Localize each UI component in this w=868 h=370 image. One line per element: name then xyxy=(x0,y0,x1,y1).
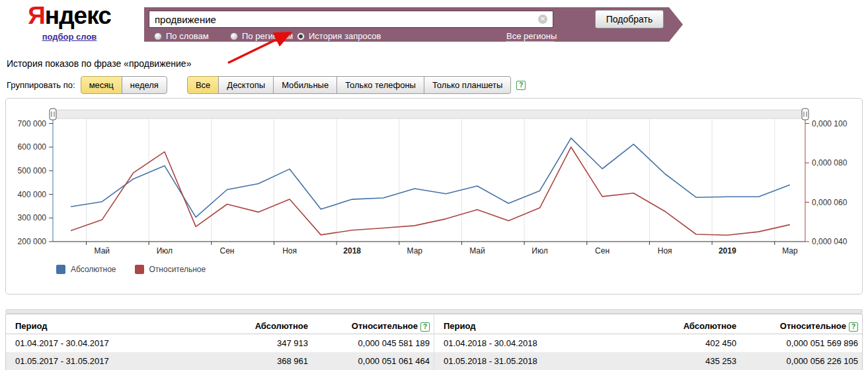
history-chart-card: 700 000600 000500 000400 000300 000200 0… xyxy=(5,98,863,295)
relative-help-icon[interactable]: ? xyxy=(849,322,858,332)
table-header-row: Период Абсолютное Относительное? xyxy=(434,318,862,334)
group-week-button[interactable]: неделя xyxy=(122,76,167,94)
x-axis-label: 2018 xyxy=(343,246,361,255)
x-axis-label: Мар xyxy=(407,246,423,255)
left-axis-label: 200 000 xyxy=(18,237,47,246)
table-header-row: Период Абсолютное Относительное? xyxy=(6,318,434,334)
legend-swatch-blue xyxy=(56,265,65,274)
mode-by-words[interactable]: По словам xyxy=(154,31,209,41)
submit-button[interactable]: Подобрать xyxy=(595,10,664,28)
controls-row: Группировать по: месяц неделя Все Дескто… xyxy=(7,76,526,94)
cell-absolute: 435 253 xyxy=(624,356,736,366)
logo-rest: ндекс xyxy=(45,2,111,29)
x-axis-label: Май xyxy=(95,246,110,255)
yandex-logo: Яндекс xyxy=(20,3,119,29)
right-axis-label: 0,000 060 xyxy=(812,198,848,207)
cell-absolute: 402 450 xyxy=(624,338,736,348)
radio-icon[interactable] xyxy=(230,32,238,40)
cell-period: 01.05.2018 - 31.05.2018 xyxy=(434,356,624,366)
col-relative: Относительное? xyxy=(736,321,862,332)
col-absolute: Абсолютное xyxy=(196,321,308,331)
cell-absolute: 347 913 xyxy=(196,338,308,348)
cell-period: 01.05.2017 - 31.05.2017 xyxy=(6,356,196,366)
mode-query-history[interactable]: История запросов xyxy=(297,31,381,41)
left-axis-label: 600 000 xyxy=(18,142,47,152)
x-axis-label: Июл xyxy=(532,246,547,255)
device-filter-tabs: Все Десктопы Мобильные Только телефоны Т… xyxy=(187,76,511,94)
range-handle-left[interactable] xyxy=(50,109,56,120)
legend-swatch-red xyxy=(135,265,144,274)
wordstat-home-link[interactable]: подбор слов xyxy=(42,32,97,42)
x-axis-label: 2019 xyxy=(719,246,736,255)
cell-relative: 0,000 056 226 105 xyxy=(736,356,862,366)
chart-legend: Абсолютное Относительное xyxy=(56,265,224,274)
cell-absolute: 368 961 xyxy=(196,356,308,366)
tab-tablets-only[interactable]: Только планшеты xyxy=(424,76,511,94)
cell-relative: 0,000 051 061 464 xyxy=(308,356,434,366)
wordstat-page: Яндекс подбор слов ✕ Подобрать По словам… xyxy=(0,0,868,370)
legend-item-relative[interactable]: Относительное xyxy=(135,265,206,274)
period-table-left: Период Абсолютное Относительное? 01.04.2… xyxy=(6,314,434,370)
x-axis-label: Сен xyxy=(595,246,610,255)
series-line-absolute[interactable] xyxy=(71,138,790,218)
right-axis-label: 0,000 040 xyxy=(812,237,848,246)
tab-all-devices[interactable]: Все xyxy=(187,76,219,94)
tab-desktops[interactable]: Десктопы xyxy=(218,76,274,94)
search-input[interactable] xyxy=(149,11,553,28)
tab-phones-only[interactable]: Только телефоны xyxy=(336,76,424,94)
page-title: История показов по фразе «продвижение» xyxy=(7,58,191,69)
mode-label: По регионам xyxy=(242,31,293,41)
tab-mobile[interactable]: Мобильные xyxy=(273,76,337,94)
cell-relative: 0,000 051 569 896 xyxy=(736,338,862,348)
period-table-right: Период Абсолютное Относительное? 01.04.2… xyxy=(434,314,862,370)
table-row: 01.05.2018 - 31.05.2018 435 253 0,000 05… xyxy=(434,352,862,370)
cell-period: 01.04.2018 - 30.04.2018 xyxy=(434,338,624,348)
mode-label: По словам xyxy=(166,31,209,41)
section-separator xyxy=(5,309,863,314)
left-axis-label: 400 000 xyxy=(18,190,47,199)
col-absolute: Абсолютное xyxy=(624,321,736,331)
right-axis-label: 0,000 080 xyxy=(812,158,848,167)
clear-input-icon[interactable]: ✕ xyxy=(538,15,547,24)
group-by-label: Группировать по: xyxy=(7,80,75,90)
x-axis-label: Мар xyxy=(782,246,798,255)
period-table-card: Период Абсолютное Относительное? 01.04.2… xyxy=(5,314,863,370)
mode-by-regions[interactable]: По регионам xyxy=(230,31,293,41)
search-mode-row: По словам По регионам История запросов В… xyxy=(144,31,669,42)
range-slider-track[interactable] xyxy=(53,110,805,118)
logo-block: Яндекс подбор слов xyxy=(20,3,119,42)
legend-label: Абсолютное xyxy=(71,265,116,274)
x-axis-label: Сен xyxy=(220,246,235,255)
legend-item-absolute[interactable]: Абсолютное xyxy=(56,265,116,274)
radio-selected-icon[interactable] xyxy=(297,32,305,40)
table-row: 01.04.2017 - 30.04.2017 347 913 0,000 04… xyxy=(6,334,434,352)
range-handle-right[interactable] xyxy=(802,109,809,120)
logo-letter-ya: Я xyxy=(28,2,45,29)
x-axis-label: Июл xyxy=(157,246,173,255)
table-row: 01.04.2018 - 30.04.2018 402 450 0,000 05… xyxy=(434,334,862,352)
group-month-button[interactable]: месяц xyxy=(81,76,122,94)
x-axis-label: Ноя xyxy=(658,246,672,255)
all-regions-link[interactable]: Все регионы xyxy=(506,31,554,42)
relative-help-icon[interactable]: ? xyxy=(420,322,430,332)
devices-help-icon[interactable]: ? xyxy=(516,81,526,90)
x-axis-label: Ноя xyxy=(282,246,297,255)
radio-icon[interactable] xyxy=(154,32,162,40)
mode-label: История запросов xyxy=(309,31,381,41)
col-period: Период xyxy=(6,321,196,331)
col-relative: Относительное? xyxy=(308,321,434,332)
left-axis-label: 500 000 xyxy=(18,166,47,175)
table-row: 01.05.2017 - 31.05.2017 368 961 0,000 05… xyxy=(6,352,434,370)
col-period: Период xyxy=(434,321,624,331)
cell-relative: 0,000 045 581 189 xyxy=(308,338,434,348)
left-axis-label: 300 000 xyxy=(18,213,47,222)
cell-period: 01.04.2017 - 30.04.2017 xyxy=(6,338,196,348)
x-axis-label: Май xyxy=(469,246,485,255)
left-axis-label: 700 000 xyxy=(18,119,47,128)
search-banner: ✕ Подобрать По словам По регионам Истори… xyxy=(144,7,683,42)
group-by-switch: месяц неделя xyxy=(81,76,167,94)
legend-label: Относительное xyxy=(149,265,206,274)
right-axis-label: 0,000 100 xyxy=(812,119,848,128)
